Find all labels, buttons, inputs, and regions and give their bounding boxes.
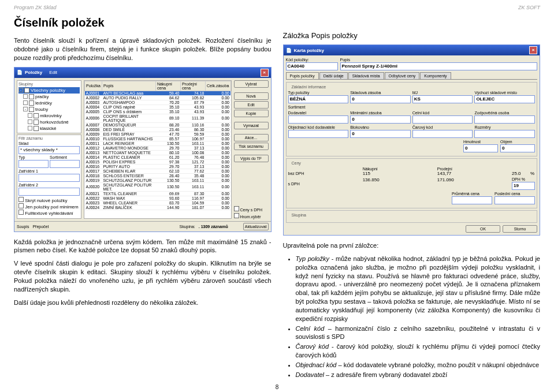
table-row[interactable]: AJ0016PURITY AUTO29.7037.130.00 <box>85 164 231 169</box>
chk-fulltext[interactable] <box>18 210 24 215</box>
menu-edit[interactable]: Edit <box>49 70 57 75</box>
lbl-zodp: Zodpovědná osoba <box>474 111 535 115</box>
tree-item[interactable]: - trouby <box>18 106 80 113</box>
tree-item[interactable]: horkovzdušné <box>18 119 80 125</box>
tree-item[interactable]: klasické <box>18 125 80 132</box>
sdph-nak[interactable]: 136.850 <box>363 177 436 190</box>
col-header[interactable]: Prodejní cena <box>180 81 205 91</box>
table-row[interactable]: AJ0010FLUSSIGES HARTWACHS85.57106.970.00 <box>85 136 231 141</box>
ok-button[interactable]: OK <box>466 225 500 233</box>
action-button[interactable]: Edit <box>234 101 269 109</box>
col-header[interactable]: Položka <box>85 81 102 91</box>
popis-input[interactable]: Pennzoil Spray Z-1/400ml <box>340 62 538 70</box>
items-table[interactable]: PoložkaPopisNákupní cenaProdejní cenaCel… <box>84 81 231 210</box>
action-button[interactable]: Vybrat <box>234 80 269 88</box>
tree-item[interactable]: pračky <box>18 94 80 100</box>
tree-item[interactable]: ledničky <box>18 100 80 106</box>
table-row[interactable]: AJ0018SCHLOSS ENTEISER28.4035.480.00 <box>85 173 231 178</box>
close-icon[interactable]: × <box>529 46 537 54</box>
lbl-objkod: Objednací kód dodavatele <box>288 125 349 129</box>
col-header[interactable]: Celk.zásoba <box>205 81 230 91</box>
tab[interactable]: Komponenty <box>420 72 451 79</box>
action-button[interactable]: Výpis do TF <box>234 155 269 162</box>
table-row[interactable]: AJ0001ANTI BESCHLAG aaa59.4074.180.00 <box>85 91 231 95</box>
zodp-input[interactable] <box>474 115 535 124</box>
action-button[interactable]: Vymazat <box>234 122 269 129</box>
bezdph-pro[interactable]: 143,77 <box>437 171 510 176</box>
objkod-input[interactable] <box>288 130 349 138</box>
chk-ceny-dph[interactable]: Ceny s DPH <box>234 206 269 212</box>
vsm-input[interactable]: OLEJEC <box>474 95 535 103</box>
celni-input[interactable] <box>412 115 473 124</box>
action-button[interactable]: Tisk seznamu <box>234 143 269 150</box>
table-row[interactable]: AJ0011LACK REINIGER130.50163.110.00 <box>85 141 231 145</box>
min-input[interactable]: 0 <box>350 115 411 124</box>
z1-select[interactable] <box>18 174 80 182</box>
marze-input[interactable]: 25.0 <box>512 171 529 176</box>
status-prepocet[interactable]: Přepočet <box>32 225 49 229</box>
lbl-popis: Popis <box>340 58 538 62</box>
table-row[interactable]: AJ0020SCHUTZGLANZ POLITUR MET.130.50163.… <box>85 182 231 191</box>
status-soupis[interactable]: Soupis <box>17 225 29 229</box>
window-title-karta: Karta položky <box>294 48 324 53</box>
table-row[interactable]: AJ0005CLIP ONS s držákem35.1043.930.00 <box>85 109 231 114</box>
table-row[interactable]: AJ0008DED SMILE23.4686.300.00 <box>85 127 231 132</box>
tab[interactable]: Odbytové ceny <box>385 72 420 79</box>
table-row[interactable]: AJ0007DEMOSTIQUEUR88.20110.160.00 <box>85 122 231 127</box>
table-row[interactable]: AJ0002AUTO PUDIG RALLY84.62105.820.00 <box>85 95 231 100</box>
lbl-carovy: Čarový kód <box>412 125 473 129</box>
table-row[interactable]: AJ0009EIS FREI SPRAY47.7059.590.00 <box>85 132 231 136</box>
table-row[interactable]: AJ0024ZIMNÍ BALÍČEK144.90181.070.00 <box>85 205 231 210</box>
chk-hrom-vyber[interactable]: Hrom.výběr <box>234 213 269 219</box>
col-header[interactable]: Popis <box>102 81 155 91</box>
zasoba-input[interactable]: 0 <box>350 95 411 103</box>
kod-input[interactable]: CA0040 <box>286 62 338 70</box>
objem-input[interactable]: 0 <box>500 144 535 152</box>
storno-button[interactable]: Storno <box>503 225 537 233</box>
dph-input[interactable]: 19 <box>512 182 535 190</box>
sdph-pro[interactable]: 171.090 <box>437 177 510 190</box>
tree-item[interactable]: - Všechny položky <box>18 87 80 94</box>
typ-input[interactable]: BĚŽNÁ <box>288 95 349 103</box>
table-row[interactable]: AJ0013NETTOJANT MOQUETTE80.10100.080.00 <box>85 150 231 155</box>
hmotnost-input[interactable]: 0 <box>463 144 498 152</box>
table-row[interactable]: AJ0021TEXTIL CLEANER69.6987.300.00 <box>85 191 231 196</box>
action-button[interactable]: Akce... <box>234 134 269 141</box>
table-row[interactable]: AJ0006COCPIT BRILLANT PLASTIQUE89.10111.… <box>85 114 231 122</box>
aktualizovat-button[interactable]: Aktualizovat <box>243 223 269 230</box>
lbl-zasoba: Skladová zásoba <box>350 91 411 95</box>
table-row[interactable]: AJ0019SCHUTZGLANZ POLITUR130.50163.110.0… <box>85 178 231 182</box>
table-row[interactable]: AJ0003AUTOSHAMPOO70.2087.790.00 <box>85 100 231 104</box>
table-row[interactable]: AJ0022WASH WAX93.60116.970.00 <box>85 196 231 200</box>
posledni-input[interactable] <box>494 196 535 204</box>
bezdph-nak[interactable]: 115 <box>363 171 436 176</box>
blok-input[interactable]: 0 <box>350 130 411 138</box>
dodavatel-input[interactable] <box>288 115 349 124</box>
chk-minimum[interactable] <box>18 203 24 208</box>
z2-select[interactable] <box>18 188 80 196</box>
tab[interactable]: Skladová místa <box>348 72 384 79</box>
chk-nulove[interactable] <box>18 197 24 202</box>
prumerna-input[interactable] <box>452 196 492 204</box>
lbl-z2: Zatřídění 2 <box>18 183 80 187</box>
carovy-input[interactable] <box>412 130 473 138</box>
tree-item[interactable]: mikrovlnky <box>18 113 80 119</box>
action-button[interactable]: Kopie <box>234 110 269 117</box>
table-row[interactable]: AJ0012LAVAVETRO MONDOSE29.7037.130.00 <box>85 145 231 150</box>
table-row[interactable]: AJ0017SCHEIBEN KLAR62.1077.620.00 <box>85 169 231 173</box>
tab[interactable]: Popis položky <box>286 72 319 79</box>
col-header[interactable]: Nákupní cena <box>155 81 180 91</box>
mj-input[interactable]: KS <box>412 95 473 103</box>
close-icon[interactable]: × <box>261 69 269 77</box>
tab[interactable]: Další údaje <box>319 72 348 79</box>
table-row[interactable]: AJ0023WHEEL CLEANER83.70104.590.00 <box>85 200 231 205</box>
table-row[interactable]: AJ0014PLASTIC CLEANER61.2076.480.00 <box>85 155 231 159</box>
sort-select[interactable] <box>50 160 80 168</box>
table-row[interactable]: AJ0015POLISH EXPRES97.38121.720.00 <box>85 159 231 164</box>
action-button[interactable]: Nová <box>234 92 269 100</box>
sklad-select[interactable]: * všechny sklady * <box>18 146 80 154</box>
para-zalozky: Další údaje jsou kvůli přehlednosti rozd… <box>14 298 272 307</box>
table-row[interactable]: AJ0004CLIP ONS náplně35.1043.930.00 <box>85 104 231 109</box>
rozmery-input[interactable] <box>474 130 535 138</box>
typ-select[interactable] <box>18 160 49 168</box>
